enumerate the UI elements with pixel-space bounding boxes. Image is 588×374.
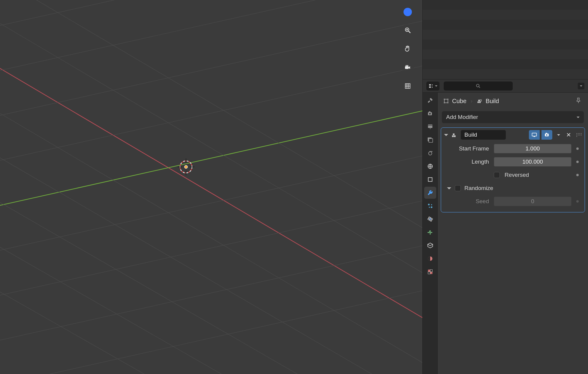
seed-field: 0 [494, 197, 572, 206]
object-icon [443, 98, 449, 104]
tab-material[interactable] [424, 253, 436, 265]
viewport-grid [0, 0, 422, 374]
breadcrumb-separator: › [471, 98, 472, 104]
svg-rect-45 [429, 111, 430, 112]
tab-physics[interactable] [424, 213, 436, 225]
svg-point-55 [431, 204, 432, 206]
tab-particles[interactable] [424, 200, 436, 212]
length-label: Length [447, 159, 489, 165]
svg-line-8 [0, 258, 422, 374]
properties-header [423, 79, 588, 93]
camera-view-icon[interactable] [401, 61, 414, 74]
svg-point-20 [184, 165, 188, 168]
modifier-name-field[interactable]: Build [461, 130, 506, 140]
modifier-drag-handle[interactable] [576, 133, 582, 137]
svg-line-14 [0, 246, 422, 354]
properties-search[interactable] [444, 82, 513, 91]
breadcrumb-modifier-label: Build [486, 98, 499, 105]
svg-rect-67 [477, 102, 479, 103]
start-frame-field[interactable]: 1.000 [494, 144, 572, 153]
modifier-menu[interactable] [555, 132, 562, 138]
svg-point-77 [546, 134, 548, 136]
svg-line-26 [409, 31, 410, 33]
tab-object-data[interactable] [424, 239, 436, 251]
add-modifier-label: Add Modifier [446, 114, 478, 120]
properties-tab-strip [423, 93, 438, 374]
modifier-panel-build: Build ✕ Start Frame [441, 127, 585, 212]
svg-rect-62 [428, 270, 430, 272]
svg-line-0 [0, 33, 422, 318]
tab-texture[interactable] [424, 266, 436, 278]
perspective-toggle-icon[interactable] [401, 80, 414, 92]
svg-rect-64 [430, 270, 432, 272]
tab-modifiers[interactable] [424, 187, 436, 199]
tab-scene[interactable] [424, 147, 436, 159]
reversed-label: Reversed [505, 172, 529, 178]
svg-line-2 [0, 0, 422, 273]
tab-constraints[interactable] [424, 226, 436, 238]
viewport-3d[interactable] [0, 0, 422, 374]
axis-gizmo-z[interactable] [404, 8, 412, 16]
tab-world[interactable] [424, 160, 436, 172]
pan-icon[interactable] [401, 43, 414, 55]
svg-point-31 [407, 65, 408, 66]
modifier-remove[interactable]: ✕ [565, 131, 572, 138]
svg-line-1 [0, 111, 422, 219]
tab-viewlayer[interactable] [424, 134, 436, 146]
zoom-icon[interactable] [401, 24, 414, 37]
svg-point-54 [428, 204, 430, 206]
svg-point-39 [432, 84, 433, 85]
svg-line-10 [0, 21, 422, 129]
svg-point-50 [428, 152, 432, 155]
svg-line-3 [0, 0, 422, 228]
svg-point-51 [431, 151, 432, 152]
editor-type-selector[interactable] [426, 82, 440, 91]
outliner-area[interactable] [423, 0, 588, 79]
tab-output[interactable] [424, 121, 436, 133]
properties-options-menu[interactable] [578, 83, 584, 89]
breadcrumb-object[interactable]: Cube [443, 98, 466, 105]
svg-rect-65 [428, 272, 430, 274]
length-animate[interactable] [576, 161, 579, 163]
svg-rect-46 [428, 125, 432, 128]
svg-point-41 [476, 84, 479, 87]
svg-line-7 [0, 213, 422, 374]
tab-tool[interactable] [424, 94, 436, 106]
svg-rect-73 [453, 133, 455, 135]
breadcrumb-object-label: Cube [452, 98, 466, 105]
svg-line-6 [0, 168, 422, 374]
svg-rect-53 [428, 178, 432, 182]
seed-animate [576, 200, 579, 203]
length-field[interactable]: 100.000 [494, 157, 572, 167]
breadcrumb: Cube › Build [438, 93, 588, 109]
svg-rect-47 [428, 125, 432, 126]
tab-object[interactable] [424, 174, 436, 186]
svg-rect-49 [429, 138, 433, 142]
svg-rect-69 [478, 100, 480, 101]
svg-line-11 [0, 0, 422, 84]
start-frame-label: Start Frame [447, 145, 489, 152]
build-modifier-icon [451, 132, 458, 138]
reversed-animate[interactable] [576, 174, 579, 176]
randomize-collapse-toggle[interactable] [447, 187, 451, 191]
svg-rect-32 [405, 84, 410, 88]
svg-line-4 [0, 78, 422, 363]
display-realtime-toggle[interactable] [529, 130, 540, 140]
modifier-collapse-toggle[interactable] [444, 134, 448, 138]
randomize-checkbox[interactable] [455, 185, 461, 191]
pin-toggle[interactable] [575, 97, 583, 105]
start-frame-animate[interactable] [576, 147, 579, 150]
svg-rect-68 [479, 102, 481, 103]
svg-point-44 [429, 113, 431, 115]
reversed-checkbox[interactable] [494, 172, 500, 178]
add-modifier-dropdown[interactable]: Add Modifier [442, 111, 584, 123]
svg-rect-63 [430, 272, 432, 274]
breadcrumb-modifier[interactable]: Build [477, 98, 499, 105]
svg-point-57 [430, 206, 432, 208]
svg-point-30 [406, 65, 407, 66]
svg-line-9 [0, 66, 422, 174]
svg-rect-38 [429, 86, 431, 88]
svg-rect-29 [405, 66, 409, 69]
tab-render[interactable] [424, 108, 436, 120]
display-render-toggle[interactable] [542, 130, 552, 140]
